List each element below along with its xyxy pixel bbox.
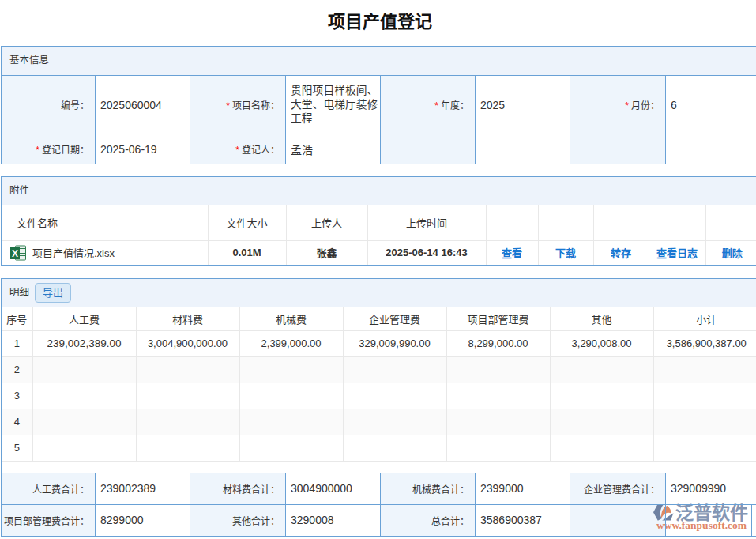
svg-text:X: X <box>12 247 18 258</box>
